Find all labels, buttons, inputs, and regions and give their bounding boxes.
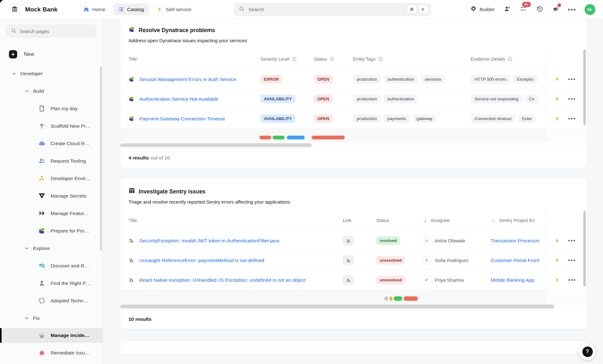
info-icon[interactable] bbox=[292, 57, 297, 61]
row-title-link[interactable]: Authentication Service Not Available bbox=[139, 96, 218, 102]
brand-logo[interactable] bbox=[8, 3, 21, 16]
sidebar-item-prepare-for-pro[interactable]: Prepare for Pro… bbox=[0, 222, 103, 239]
vault-icon bbox=[38, 192, 45, 199]
sidebar-item-adopted-techn[interactable]: Adopted Techn… bbox=[0, 292, 103, 309]
results-count: 4 results bbox=[128, 155, 149, 160]
project-link[interactable]: Transaction Processin bbox=[491, 238, 539, 244]
horizontal-scrollbar-thumb[interactable] bbox=[120, 143, 312, 147]
tasks-button[interactable]: 9+ bbox=[520, 6, 527, 13]
nav-tab-self-service[interactable]: Self-service bbox=[152, 3, 196, 15]
column-header-evidence-details[interactable]: Evidence Details bbox=[471, 57, 547, 62]
column-header-title[interactable]: Title bbox=[128, 57, 260, 62]
table-vertical-scrollbar[interactable] bbox=[583, 211, 586, 286]
sidebar-item-plan-my-day[interactable]: Plan my day bbox=[0, 100, 103, 117]
sidebar-item-scaffold-new-pr[interactable]: Scaffold New Pr… bbox=[0, 117, 103, 135]
sidebar-item-create-cloud-r[interactable]: Create Cloud R… bbox=[0, 135, 103, 152]
announcements-button[interactable] bbox=[552, 6, 560, 13]
row-more-button[interactable]: ••• bbox=[568, 279, 576, 281]
info-icon[interactable] bbox=[378, 57, 383, 61]
sentry-link-button[interactable] bbox=[343, 255, 354, 265]
sidebar-item-label: Manage incide… bbox=[51, 333, 89, 338]
info-icon[interactable] bbox=[508, 57, 512, 61]
project-link[interactable]: Mobile Banking App bbox=[491, 277, 534, 283]
column-header-link[interactable]: Link bbox=[343, 218, 376, 223]
row-title-link[interactable]: Uncaught ReferenceError: paymentMethod i… bbox=[139, 258, 264, 263]
builder-button[interactable]: Builder bbox=[470, 5, 495, 13]
row-more-button[interactable]: ••• bbox=[568, 78, 576, 81]
row-more-button[interactable]: ••• bbox=[568, 98, 576, 100]
question-mark-icon: ? bbox=[582, 347, 593, 357]
invite-user-button[interactable] bbox=[503, 6, 511, 13]
sidebar-item-manage-featur[interactable]: Manage Featur… bbox=[0, 205, 103, 222]
row-more-button[interactable]: ••• bbox=[568, 118, 576, 120]
row-more-button[interactable]: ••• bbox=[568, 259, 576, 262]
project-link[interactable]: Customer Portal Front bbox=[491, 258, 539, 263]
dynatrace-icon bbox=[128, 96, 135, 102]
sidebar-section-explore[interactable]: Explore bbox=[0, 239, 103, 257]
user-avatar[interactable]: EL bbox=[585, 4, 595, 15]
cell-status: unresolved bbox=[376, 276, 422, 284]
row-more-button[interactable]: ••• bbox=[568, 239, 576, 242]
automation-bolt-button[interactable] bbox=[555, 277, 560, 283]
tag-list: productionpaymentsgateway bbox=[353, 114, 436, 123]
column-header-assignee[interactable]: Assignee bbox=[422, 218, 491, 223]
row-title-link[interactable]: React Native exception: Unhandled JS Exc… bbox=[139, 277, 306, 283]
new-page-button[interactable]: + New bbox=[9, 48, 103, 61]
automation-bolt-button[interactable] bbox=[555, 77, 560, 82]
sidebar-item-discover-and-r[interactable]: Discover and R… bbox=[0, 257, 103, 274]
row-title-link[interactable]: SecurityException: Invalid JWT token in … bbox=[139, 238, 279, 244]
sentry-link-button[interactable] bbox=[343, 236, 354, 246]
severity-badge: AVAILABILITY bbox=[260, 114, 295, 123]
sentry-icon bbox=[128, 238, 135, 244]
sidebar-item-manage-incide[interactable]: Manage incide… bbox=[0, 328, 103, 343]
cell-title: Authentication Service Not Available bbox=[128, 96, 260, 102]
cell-status: OPEN bbox=[314, 95, 353, 103]
row-title-link[interactable]: Session Management Errors in Auth Servic… bbox=[139, 77, 236, 82]
table-vertical-scrollbar[interactable] bbox=[583, 50, 586, 125]
help-button[interactable]: ? bbox=[579, 343, 596, 360]
sidebar-scrollbar[interactable] bbox=[100, 67, 102, 251]
sentry-link-button[interactable] bbox=[343, 275, 354, 285]
builder-label: Builder bbox=[480, 7, 495, 12]
column-header-sentry-project-en[interactable]: Sentry Project En bbox=[491, 218, 546, 223]
cell-evidence: HTTP 500 errorsExceptio bbox=[471, 75, 547, 84]
global-search-input[interactable]: Search ⌘ K bbox=[234, 3, 431, 16]
column-header-title[interactable]: Title bbox=[128, 218, 343, 223]
sidebar-item-request-tooling[interactable]: Request Tooling bbox=[0, 152, 103, 170]
table-row: Authentication Service Not AvailableAVAI… bbox=[120, 89, 587, 109]
column-header-status[interactable]: Status bbox=[314, 57, 353, 62]
sidebar-item-remediate-issu[interactable]: Remediate Issu… bbox=[0, 344, 103, 361]
nav-tab-home[interactable]: Home bbox=[79, 3, 110, 15]
column-header-label: Assignee bbox=[431, 218, 450, 223]
nav-tab-catalog[interactable]: Catalog bbox=[113, 3, 149, 15]
truncated-badge bbox=[404, 296, 418, 301]
column-header-label: Status bbox=[314, 57, 327, 62]
sidebar-section-fix[interactable]: Fix bbox=[0, 309, 103, 327]
row-title-link[interactable]: Payment Gateway Connection Timeout bbox=[139, 116, 225, 122]
column-header-entity-tags[interactable]: Entity Tags bbox=[353, 57, 471, 62]
sidebar-item-manage-secrets[interactable]: Manage Secrets bbox=[0, 187, 103, 205]
sidebar-search-input[interactable]: Search pages bbox=[6, 25, 96, 37]
page-icon bbox=[38, 105, 45, 112]
sidebar-section-developer[interactable]: Developer bbox=[0, 65, 103, 82]
sidebar-item-label: Find the Right P… bbox=[51, 280, 91, 286]
automation-bolt-button[interactable] bbox=[555, 258, 560, 263]
sidebar-section-build[interactable]: Build bbox=[0, 82, 103, 100]
history-button[interactable] bbox=[536, 6, 544, 13]
automation-bolt-button[interactable] bbox=[555, 96, 560, 102]
horizontal-scrollbar-thumb[interactable] bbox=[120, 305, 554, 308]
discover-icon bbox=[38, 262, 45, 269]
truncated-badge bbox=[273, 136, 285, 139]
automation-bolt-button[interactable] bbox=[555, 238, 560, 243]
info-icon[interactable] bbox=[329, 57, 334, 61]
dynatrace-icon bbox=[38, 227, 45, 234]
column-header-label: Status bbox=[376, 218, 389, 223]
nav-tab-label: Self-service bbox=[166, 7, 191, 12]
automation-bolt-button[interactable] bbox=[555, 116, 560, 121]
sentry-icon bbox=[128, 277, 135, 283]
more-menu-button[interactable]: ••• bbox=[568, 6, 576, 13]
sidebar-item-developer-envir[interactable]: Developer Envir… bbox=[0, 170, 103, 187]
column-header-status[interactable]: Status bbox=[376, 218, 422, 223]
sidebar-item-find-the-right-p[interactable]: Find the Right P… bbox=[0, 274, 103, 292]
column-header-severity-level[interactable]: Severity Level bbox=[260, 57, 314, 62]
